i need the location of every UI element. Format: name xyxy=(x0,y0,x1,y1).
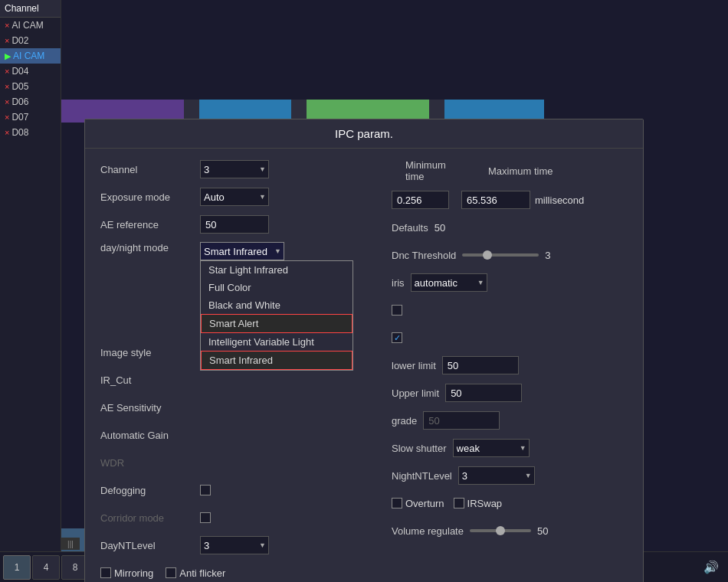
defaults-row: Defaults 50 xyxy=(392,217,628,237)
nightnt-select-wrapper[interactable]: 3 xyxy=(458,466,535,485)
min-time-header: Minimum time xyxy=(405,159,467,182)
taskbar-label-8: 8 xyxy=(73,562,78,573)
dropdown-item-fullcolor[interactable]: Full Color xyxy=(201,279,353,296)
max-time-input[interactable] xyxy=(461,191,530,209)
anti-flicker-checkbox[interactable] xyxy=(166,567,176,578)
daynight-select[interactable]: Smart Infrared xyxy=(200,242,284,260)
exposure-select[interactable]: Auto xyxy=(200,188,269,206)
overturn-label: Overturn xyxy=(405,498,444,509)
dropdown-item-bw[interactable]: Black and White xyxy=(201,296,353,314)
ae-ref-label: AE reference xyxy=(100,219,200,231)
slow-shutter-select[interactable]: weak xyxy=(453,439,530,457)
dropdown-item-starlight[interactable]: Star Light Infrared xyxy=(201,261,353,279)
aesens-checkbox[interactable] xyxy=(392,332,402,343)
sidebar-item-aicam2[interactable]: ▶ AI CAM xyxy=(0,48,61,64)
channel-row: Channel 3 xyxy=(100,159,392,179)
channel-select-wrapper[interactable]: 3 xyxy=(200,160,269,178)
dnc-value: 3 xyxy=(545,250,550,261)
x-icon: × xyxy=(5,67,9,76)
corridor-row: Corridor mode xyxy=(100,508,392,528)
daynight-dropdown[interactable]: Star Light Infrared Full Color Black and… xyxy=(200,260,353,371)
upper-limit-input[interactable] xyxy=(445,384,522,402)
taskbar-label-1: 1 xyxy=(15,562,20,573)
defogging-checkbox[interactable] xyxy=(200,485,211,495)
sidebar: Channel × AI CAM × D02 ▶ AI CAM × D04 × … xyxy=(0,0,61,551)
sidebar-item-label: D08 xyxy=(11,127,28,138)
grade-input[interactable] xyxy=(423,411,500,430)
dnc-slider-row: 3 xyxy=(462,250,550,261)
max-time-header: Maximum time xyxy=(488,165,553,177)
sidebar-item-d08[interactable]: × D08 xyxy=(0,125,61,140)
nightnt-row: NightNTLevel 3 xyxy=(392,466,628,486)
dropdown-item-smartir[interactable]: Smart Infrared xyxy=(201,351,353,370)
lower-limit-input[interactable] xyxy=(442,356,519,374)
daynt-select[interactable]: 3 xyxy=(200,536,269,554)
modal-title: IPC param. xyxy=(85,119,643,149)
minimized-bar: ||| xyxy=(61,538,80,550)
iris-select[interactable]: automatic xyxy=(411,273,487,292)
iris-label: iris xyxy=(392,277,405,289)
auto-gain-row: Automatic Gain xyxy=(100,425,392,445)
wdr-label: WDR xyxy=(100,457,200,469)
overturn-checkbox[interactable] xyxy=(392,498,402,508)
daynight-row: day/night mode Smart Infrared Star Light… xyxy=(100,242,392,262)
daynt-label: DayNTLevel xyxy=(100,540,200,551)
slow-shutter-label: Slow shutter xyxy=(392,443,447,454)
x-icon: × xyxy=(5,82,9,91)
dnc-label: Dnc Threshold xyxy=(392,250,456,261)
nightnt-select[interactable]: 3 xyxy=(458,466,535,485)
sidebar-item-label: D04 xyxy=(11,66,28,77)
sidebar-item-label: AI CAM xyxy=(11,20,43,31)
time-values-row: millisecond xyxy=(392,190,628,210)
lower-limit-row: lower limit xyxy=(392,355,628,375)
exposure-select-wrapper[interactable]: Auto xyxy=(200,188,269,206)
ircut-checkbox[interactable] xyxy=(392,305,402,316)
sidebar-item-d02[interactable]: × D02 xyxy=(0,33,61,48)
taskbar-btn-4[interactable]: 4 xyxy=(32,555,60,580)
x-icon: × xyxy=(5,128,9,137)
channel-select[interactable]: 3 xyxy=(200,160,269,178)
defaults-label: Defaults xyxy=(392,222,428,234)
form-left-col: Channel 3 Exposure mode Auto xyxy=(100,159,392,582)
grade-label: grade xyxy=(392,415,417,427)
slow-shutter-wrapper[interactable]: weak xyxy=(453,439,530,457)
sidebar-item-d06[interactable]: × D06 xyxy=(0,94,61,110)
sidebar-item-d04[interactable]: × D04 xyxy=(0,64,61,79)
ircut-check-row xyxy=(392,300,628,320)
ae-ref-input[interactable] xyxy=(200,215,269,234)
daynight-select-wrapper[interactable]: Smart Infrared xyxy=(200,242,284,260)
ae-ref-row: AE reference xyxy=(100,214,392,234)
iris-select-wrapper[interactable]: automatic xyxy=(411,273,487,292)
corridor-checkbox[interactable] xyxy=(200,512,211,523)
corridor-label: Corridor mode xyxy=(100,512,200,524)
aesens-check-row xyxy=(392,328,628,348)
dnc-slider[interactable] xyxy=(462,253,539,257)
ir-cut-row: IR_Cut xyxy=(100,370,392,390)
sidebar-item-label: AI CAM xyxy=(13,51,44,61)
sidebar-item-aicam1[interactable]: × AI CAM xyxy=(0,18,61,33)
mirroring-label: Mirroring xyxy=(114,567,153,579)
upper-limit-row: Upper limit xyxy=(392,383,628,403)
defogging-label: Defogging xyxy=(100,485,200,496)
taskbar-btn-1[interactable]: 1 xyxy=(3,555,31,580)
time-header-row: Minimum time Maximum time xyxy=(392,159,628,182)
sidebar-item-d07[interactable]: × D07 xyxy=(0,110,61,125)
irswap-checkbox[interactable] xyxy=(454,498,464,508)
iris-row: iris automatic xyxy=(392,273,628,293)
daynt-row: DayNTLevel 3 xyxy=(100,535,392,555)
sidebar-item-label: D07 xyxy=(11,112,28,123)
dropdown-item-smartalert[interactable]: Smart Alert xyxy=(201,314,353,333)
volume-slider[interactable] xyxy=(470,529,531,532)
dropdown-item-intelligent[interactable]: Intelligent Variable Light xyxy=(201,333,353,351)
sidebar-item-d05[interactable]: × D05 xyxy=(0,79,61,94)
defaults-value: 50 xyxy=(435,222,445,234)
min-time-input[interactable] xyxy=(392,191,449,209)
daynt-select-wrapper[interactable]: 3 xyxy=(200,536,269,554)
volume-icon: 🔊 xyxy=(703,560,725,574)
millisecond-label: millisecond xyxy=(535,195,584,206)
mirroring-checkbox[interactable] xyxy=(100,567,111,578)
irswap-label: IRSwap xyxy=(467,498,503,509)
ir-cut-label: IR_Cut xyxy=(100,374,200,386)
x-icon: × xyxy=(5,21,9,30)
mirroring-row: Mirroring Anti flicker xyxy=(100,563,392,582)
